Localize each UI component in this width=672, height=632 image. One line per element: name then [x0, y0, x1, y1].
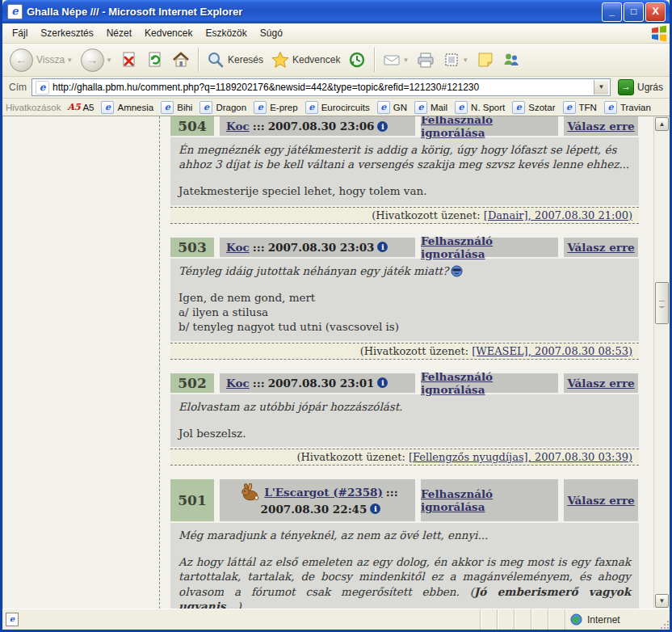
menu-file[interactable]: Fájl — [6, 25, 34, 41]
go-button[interactable]: → Ugrás — [615, 78, 666, 96]
ignore-user-link[interactable]: Felhasználó ignorálása — [421, 234, 558, 260]
link-dragon[interactable]: eDragon — [200, 101, 246, 114]
post-author-link[interactable]: Koc — [226, 241, 250, 254]
menu-favorites[interactable]: Kedvencek — [138, 25, 199, 41]
ref-prefix: (Hivatkozott üzenet: — [360, 345, 472, 357]
post-author-link[interactable]: L'Escargot (#2358) — [264, 484, 383, 500]
back-button[interactable]: ← Vissza ▼ — [6, 47, 76, 74]
reply-link[interactable]: Válasz erre — [567, 494, 634, 507]
post-author-link[interactable]: Koc — [226, 120, 250, 133]
address-dropdown-icon[interactable]: ▼ — [594, 80, 608, 95]
mail-button[interactable]: ▼ — [380, 49, 412, 70]
referenced-message-link[interactable]: [Fellengzős nyugdíjas], 2007.08.30 03:39… — [409, 451, 632, 463]
link-eurocircuits[interactable]: eEurocircuits — [305, 101, 370, 114]
cool-smiley-icon — [451, 265, 463, 277]
referenced-message-link[interactable]: [Danair], 2007.08.30 21:00) — [484, 209, 632, 221]
info-icon[interactable]: i — [377, 242, 388, 252]
ref-prefix: (Hivatkozott üzenet: — [372, 209, 484, 221]
status-panel — [498, 609, 514, 630]
close-button[interactable]: X — [645, 2, 666, 22]
scrollbar-thumb[interactable] — [655, 282, 669, 324]
address-url[interactable]: http://ghalla.pbm.hu/comment.php?q=11892… — [52, 82, 594, 93]
post-header-row: 503 Koc ::: 2007.08.30 23:03 i Felhaszná… — [170, 238, 639, 257]
referenced-message-row: (Hivatkozott üzenet: [Danair], 2007.08.3… — [170, 207, 639, 224]
links-bar-label: Hivatkozások — [6, 103, 61, 112]
mail-dropdown-icon[interactable]: ▼ — [402, 57, 409, 64]
ie-favicon: e — [414, 101, 427, 114]
ie-favicon: e — [161, 101, 174, 114]
header-separator: ::: — [253, 120, 265, 133]
forward-dropdown-icon[interactable]: ▼ — [106, 57, 112, 64]
reply-link[interactable]: Válasz erre — [567, 377, 634, 390]
home-button[interactable] — [169, 49, 193, 70]
browser-window: e Ghalla Népe /// - Microsoft Internet E… — [0, 0, 672, 632]
info-icon[interactable]: i — [377, 377, 388, 388]
post-body: Még maradjunk a tényeknél, az nem az övé… — [170, 523, 639, 609]
resize-grip[interactable] — [657, 609, 670, 630]
address-bar: Cím e http://ghalla.pbm.hu/comment.php?q… — [2, 77, 670, 99]
back-icon: ← — [10, 48, 33, 72]
notes-button[interactable] — [473, 49, 498, 70]
link-tfn[interactable]: eTFN — [563, 101, 597, 114]
edit-button[interactable]: ▼ — [439, 49, 472, 70]
page-favicon: e — [36, 81, 49, 95]
ignore-user-link[interactable]: Felhasználó ignorálása — [421, 370, 558, 396]
refresh-button[interactable] — [143, 49, 167, 70]
search-button[interactable]: Keresés — [204, 49, 267, 70]
quoted-text: Én megnéznék egy játékmesterit is addig … — [178, 142, 631, 171]
ie-favicon: e — [563, 101, 576, 114]
menu-help[interactable]: Súgó — [254, 25, 289, 41]
link-mail[interactable]: eMail — [414, 101, 447, 114]
go-arrow-icon: → — [618, 79, 634, 95]
stop-icon — [120, 51, 138, 69]
scroll-down-icon[interactable]: ▼ — [655, 594, 669, 608]
favorites-button[interactable]: Kedvencek — [268, 49, 343, 70]
ignore-user-link[interactable]: Felhasználó ignorálása — [421, 487, 558, 513]
reply-link[interactable]: Válasz erre — [567, 241, 634, 254]
info-icon[interactable]: i — [370, 503, 380, 514]
toolbar-separator — [198, 48, 199, 72]
link-nsport[interactable]: eN. Sport — [455, 101, 505, 114]
link-gn[interactable]: eGN — [377, 101, 407, 114]
info-icon[interactable]: i — [377, 121, 388, 132]
link-szotar[interactable]: eSzotar — [512, 101, 555, 114]
reply-link[interactable]: Válasz erre — [567, 120, 634, 133]
link-travian[interactable]: eTravian — [604, 101, 651, 114]
status-panel — [548, 609, 565, 630]
reply-cell: Válasz erre — [564, 479, 638, 521]
maximize-button[interactable]: □ — [624, 2, 644, 22]
edit-dropdown-icon[interactable]: ▼ — [462, 57, 468, 64]
ie-favicon: e — [455, 101, 468, 114]
referenced-message-link[interactable]: [WEASEL], 2007.08.30 08:53) — [472, 345, 632, 357]
post-text: Jatekmesterije speciel lehet, hogy tolem… — [178, 183, 631, 198]
messenger-button[interactable] — [499, 49, 523, 70]
ignore-user-link[interactable]: Felhasználó ignorálása — [421, 116, 558, 139]
link-eprep[interactable]: eE-prep — [254, 101, 298, 114]
post-author-header: Koc ::: 2007.08.30 23:01 i — [220, 373, 415, 393]
post-body: Én megnéznék egy játékmesterit is addig … — [170, 137, 639, 205]
stop-button[interactable] — [117, 49, 141, 70]
link-bihi[interactable]: eBihi — [161, 101, 192, 114]
forum-post-504: 504 Koc ::: 2007.08.30 23:06 i Felhaszná… — [170, 116, 639, 224]
history-button[interactable] — [345, 49, 369, 70]
menu-view[interactable]: Nézet — [100, 25, 138, 41]
menu-tools[interactable]: Eszközök — [199, 25, 253, 41]
minimize-button[interactable]: _ — [602, 2, 622, 22]
link-a5[interactable]: A5A5 — [67, 103, 94, 112]
status-panel — [514, 609, 531, 630]
rabbit-avatar-icon — [240, 483, 259, 501]
link-amnesia[interactable]: eAmnesia — [101, 101, 153, 114]
post-text: Igen, de nem gond, mert a/ ilyen a stilu… — [178, 290, 631, 335]
header-separator: ::: — [386, 484, 398, 500]
address-input[interactable]: e http://ghalla.pbm.hu/comment.php?q=118… — [32, 78, 611, 96]
scroll-up-icon[interactable]: ▲ — [655, 117, 669, 131]
grip-dots-icon — [660, 620, 670, 630]
back-dropdown-icon[interactable]: ▼ — [66, 57, 73, 64]
toolbar-separator — [374, 48, 375, 72]
forward-button[interactable]: → ▼ — [78, 47, 116, 74]
post-author-link[interactable]: Koc — [226, 377, 250, 390]
print-button[interactable] — [414, 49, 438, 70]
menu-edit[interactable]: Szerkesztés — [34, 25, 99, 41]
vertical-scrollbar[interactable]: ▲ ▼ — [653, 116, 670, 609]
ie-favicon: e — [512, 101, 525, 114]
